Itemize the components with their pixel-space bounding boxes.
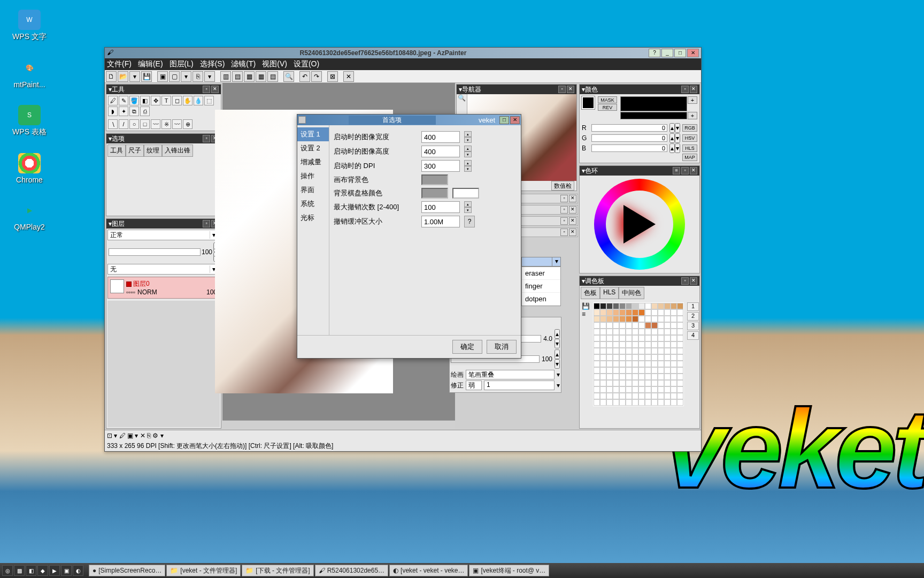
close-button[interactable]: ✕ bbox=[687, 49, 699, 57]
tray-icon-1[interactable]: ▩ bbox=[14, 565, 25, 576]
subtool-4[interactable]: □ bbox=[140, 119, 150, 129]
subtool-8[interactable]: ⊕ bbox=[183, 119, 192, 129]
save-palette-icon[interactable]: 💾 bbox=[582, 302, 590, 310]
task-screenrec[interactable]: ●[SimpleScreenReco… bbox=[89, 565, 165, 576]
subtool-1[interactable]: ∖ bbox=[108, 119, 118, 129]
brush-dropdown[interactable]: ▾ bbox=[521, 257, 561, 267]
checker-color2-button[interactable] bbox=[452, 188, 479, 199]
dropdown3-icon[interactable]: ▾ bbox=[204, 71, 215, 82]
tool-wand[interactable]: ✦ bbox=[119, 107, 128, 116]
rev-button[interactable]: REV bbox=[598, 104, 617, 111]
pref-tab-ui[interactable]: 界面 bbox=[297, 183, 329, 197]
tab-mid[interactable]: 中间色 bbox=[619, 287, 644, 299]
panel1-icon[interactable]: ▥ bbox=[220, 71, 231, 82]
panel-btn[interactable]: ▫ bbox=[558, 86, 566, 93]
rgb-mode[interactable]: RGB bbox=[682, 124, 697, 132]
palette-page-2[interactable]: 2 bbox=[687, 312, 699, 321]
hue-wheel[interactable] bbox=[594, 179, 685, 270]
tool-shape[interactable]: ◻ bbox=[172, 96, 182, 105]
tab-tool[interactable]: 工具 bbox=[107, 144, 126, 157]
palette-page-1[interactable]: 1 bbox=[687, 302, 699, 311]
add-icon[interactable]: + bbox=[688, 96, 697, 104]
grid-icon[interactable]: ▦ bbox=[256, 71, 266, 82]
panel-btn[interactable]: ▫ bbox=[560, 229, 568, 236]
palette-page-3[interactable]: 3 bbox=[687, 322, 699, 330]
input-undo[interactable] bbox=[421, 201, 460, 213]
bg-color-button[interactable] bbox=[421, 174, 448, 185]
dialog-titlebar[interactable]: 首选项 veket □ ✕ bbox=[297, 115, 521, 125]
subtool-2[interactable]: / bbox=[119, 119, 128, 129]
panel-btn[interactable]: ▫ bbox=[203, 135, 210, 142]
fix-value-select[interactable]: 1 bbox=[484, 381, 555, 390]
panel-btn[interactable]: ▫ bbox=[203, 86, 210, 93]
desktop-icon-wps-spreadsheet[interactable]: S WPS 表格 bbox=[10, 105, 49, 137]
tool-pen[interactable]: ✎ bbox=[119, 96, 128, 105]
panel-btn[interactable]: ▫ bbox=[681, 86, 689, 93]
tool-crop[interactable]: ⧉ bbox=[129, 107, 139, 116]
hls-mode[interactable]: HLS bbox=[682, 144, 697, 152]
panel-close[interactable]: ✕ bbox=[569, 206, 576, 214]
tab-hls[interactable]: HLS bbox=[600, 287, 619, 299]
menu-layer[interactable]: 图层(L) bbox=[170, 59, 194, 69]
foreground-color-swatch[interactable] bbox=[582, 96, 595, 109]
titlebar[interactable]: 🖌 R524061302de65eef76625e56bf108480.jpeg… bbox=[105, 48, 701, 58]
tool-grad[interactable]: ◧ bbox=[140, 96, 150, 105]
new-icon[interactable]: 🗋 bbox=[106, 71, 117, 82]
tray-icon-4[interactable]: ▶ bbox=[49, 565, 60, 576]
palette-swatches[interactable] bbox=[593, 302, 684, 406]
palette-menu-icon[interactable]: ≡ bbox=[582, 310, 590, 318]
tool-fill[interactable]: 🪣 bbox=[129, 96, 139, 105]
tool-move[interactable]: ✥ bbox=[151, 96, 160, 105]
nav-values-button[interactable]: 数值检 bbox=[551, 181, 574, 191]
menu-settings[interactable]: 设置(O) bbox=[294, 59, 319, 69]
pref-tab-step[interactable]: 增减量 bbox=[297, 155, 329, 169]
panel-close[interactable]: ✕ bbox=[569, 195, 576, 202]
tab-swatch[interactable]: 色板 bbox=[581, 287, 600, 299]
task-filemgr2[interactable]: 📁[下载 - 文件管理器] bbox=[242, 565, 313, 576]
panel-btn[interactable]: ≡ bbox=[673, 167, 680, 174]
panel2-icon[interactable]: ▤ bbox=[232, 71, 243, 82]
panel5-icon[interactable]: ▤ bbox=[267, 71, 278, 82]
menu-filter[interactable]: 滤镜(T) bbox=[231, 59, 256, 69]
b-slider[interactable]: 0 bbox=[591, 144, 667, 152]
undo-icon[interactable]: ↶ bbox=[299, 71, 310, 82]
subtool-6[interactable]: ※ bbox=[161, 119, 171, 129]
sv-triangle[interactable] bbox=[623, 205, 656, 244]
panel-close[interactable]: ✕ bbox=[569, 217, 576, 225]
desktop-icon-chrome[interactable]: Chrome bbox=[10, 153, 49, 184]
input-undosize[interactable] bbox=[421, 216, 460, 227]
pref-tab-system[interactable]: 系统 bbox=[297, 197, 329, 211]
help-icon[interactable]: ? bbox=[464, 216, 475, 227]
tool-b-icon[interactable]: ▢ bbox=[169, 71, 180, 82]
add-icon[interactable]: + bbox=[688, 112, 697, 119]
fix-mode-select[interactable]: 弱 bbox=[466, 381, 482, 390]
brush-finger[interactable]: finger bbox=[522, 280, 560, 293]
tray-chrome-icon[interactable]: ◐ bbox=[73, 565, 83, 576]
input-dpi[interactable] bbox=[421, 160, 460, 172]
layer-mask-mode[interactable]: 无▾ bbox=[107, 264, 220, 275]
start-menu-icon[interactable]: ◎ bbox=[2, 565, 13, 576]
dialog-close[interactable]: ✕ bbox=[510, 116, 520, 124]
panel-close[interactable]: ✕ bbox=[690, 167, 697, 174]
panel-btn[interactable]: ▫ bbox=[560, 195, 568, 202]
menu-edit[interactable]: 编辑(E) bbox=[138, 59, 163, 69]
menu-select[interactable]: 选择(S) bbox=[200, 59, 225, 69]
zoom-icon[interactable]: 🔍 bbox=[283, 71, 294, 82]
panel-close[interactable]: ✕ bbox=[211, 86, 219, 93]
pref-tab-settings1[interactable]: 设置 1 bbox=[297, 127, 329, 141]
g-slider[interactable]: 0 bbox=[591, 134, 667, 142]
spin-down[interactable]: ▾ bbox=[464, 137, 472, 143]
open-icon[interactable]: 📂 bbox=[118, 71, 128, 82]
tool-hand[interactable]: ✋ bbox=[183, 96, 192, 105]
desktop-icon-qmplay2[interactable]: ▶ QMPlay2 bbox=[10, 200, 49, 231]
dropdown2-icon[interactable]: ▾ bbox=[181, 71, 191, 82]
subtool-7[interactable]: 〰 bbox=[172, 119, 182, 129]
help-button[interactable]: ? bbox=[649, 49, 660, 57]
dropdown-icon[interactable]: ▾ bbox=[129, 71, 140, 82]
spin-up[interactable]: ▴ bbox=[464, 131, 472, 137]
maximize-button[interactable]: □ bbox=[674, 49, 686, 57]
tool-pick[interactable]: 💧 bbox=[194, 96, 203, 105]
input-width[interactable] bbox=[421, 131, 460, 143]
panel-close[interactable]: ✕ bbox=[569, 229, 576, 236]
panel-btn[interactable]: ▫ bbox=[560, 217, 568, 225]
